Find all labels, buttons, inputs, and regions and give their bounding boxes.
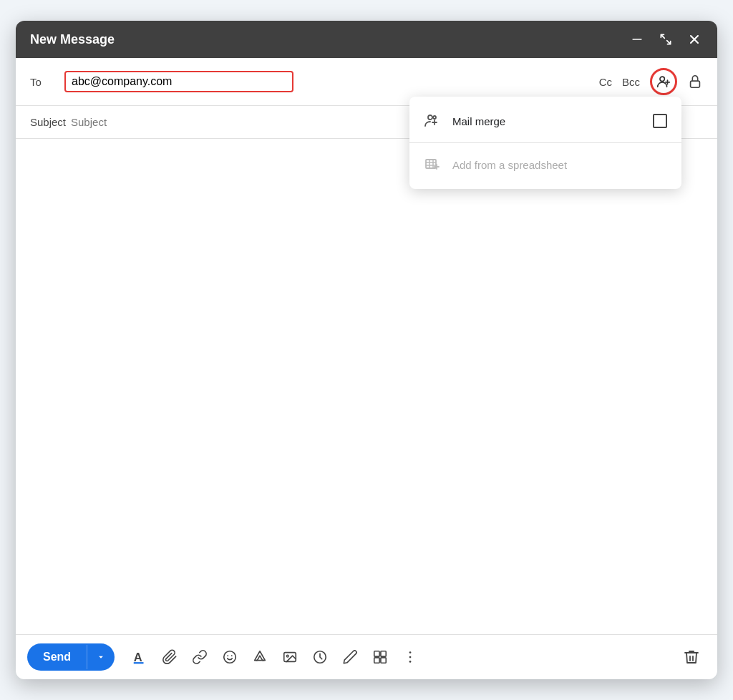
svg-text:A: A — [134, 651, 142, 663]
emoji-button[interactable] — [216, 645, 243, 669]
spreadsheet-icon — [424, 156, 441, 173]
add-recipients-button[interactable] — [650, 68, 677, 95]
svg-rect-4 — [691, 81, 700, 87]
svg-point-18 — [224, 651, 236, 663]
svg-point-30 — [409, 656, 412, 658]
mail-merge-checkbox[interactable] — [653, 114, 667, 128]
send-button[interactable]: Send — [27, 643, 87, 671]
trash-icon — [683, 648, 700, 666]
photo-button[interactable] — [276, 645, 304, 669]
photo-icon — [282, 649, 298, 665]
delete-button[interactable] — [677, 644, 706, 670]
clock-icon — [312, 649, 328, 665]
to-actions: Cc Bcc — [599, 68, 703, 95]
to-input-wrapper — [64, 71, 599, 92]
expand-icon — [659, 32, 673, 47]
svg-point-1 — [660, 77, 664, 81]
attach-icon — [162, 649, 178, 665]
svg-point-29 — [409, 651, 412, 653]
compose-window: New Message To Cc Bcc — [16, 21, 717, 679]
signature-button[interactable] — [336, 645, 364, 669]
spreadsheet-label: Add from a spreadsheet — [452, 159, 667, 171]
send-dropdown-button[interactable] — [87, 645, 115, 669]
minimize-button[interactable] — [628, 31, 646, 48]
svg-rect-28 — [381, 658, 386, 663]
dropdown-menu: Mail merge — [409, 97, 681, 189]
attach-button[interactable] — [156, 645, 183, 669]
svg-point-23 — [287, 655, 289, 657]
drive-button[interactable] — [246, 645, 273, 669]
to-input[interactable] — [64, 71, 293, 92]
chevron-down-icon — [96, 652, 106, 662]
subject-label: Subject — [30, 116, 64, 128]
close-icon — [687, 32, 702, 47]
format-text-icon: A — [132, 649, 147, 665]
mail-merge-icon — [424, 112, 441, 130]
bcc-button[interactable]: Bcc — [622, 76, 640, 88]
format-text-button[interactable]: A — [126, 645, 153, 669]
more-vert-icon — [402, 649, 418, 665]
to-label: To — [30, 76, 57, 88]
layout-button[interactable] — [366, 645, 394, 669]
mail-merge-label: Mail merge — [452, 115, 641, 127]
cc-button[interactable]: Cc — [599, 76, 612, 88]
minimize-icon — [630, 32, 644, 47]
svg-point-5 — [428, 115, 432, 120]
spreadsheet-item[interactable]: Add from a spreadsheet — [409, 146, 681, 183]
svg-point-31 — [409, 661, 412, 663]
lock-icon — [687, 74, 703, 89]
schedule-button[interactable] — [306, 645, 334, 669]
emoji-icon — [222, 649, 238, 665]
svg-point-20 — [231, 655, 233, 656]
compose-toolbar: Send A — [16, 634, 717, 679]
svg-point-19 — [227, 655, 228, 656]
insert-link-button[interactable] — [186, 645, 213, 669]
title-bar: New Message — [16, 21, 717, 58]
link-icon — [192, 649, 208, 665]
more-options-button[interactable] — [397, 645, 424, 669]
send-button-group: Send — [27, 643, 115, 671]
person-add-icon — [656, 74, 671, 89]
layout-icon — [372, 649, 388, 665]
to-row: To Cc Bcc — [16, 58, 717, 106]
dropdown-divider — [409, 142, 681, 143]
expand-button[interactable] — [657, 31, 674, 48]
svg-rect-0 — [632, 39, 641, 40]
drive-icon — [252, 649, 268, 665]
close-button[interactable] — [686, 31, 703, 48]
svg-rect-27 — [374, 658, 379, 663]
window-title: New Message — [30, 32, 115, 47]
mail-merge-item[interactable]: Mail merge — [409, 102, 681, 140]
title-bar-actions — [628, 31, 703, 48]
svg-point-8 — [433, 116, 436, 119]
svg-rect-26 — [381, 651, 386, 656]
compose-form: To Cc Bcc — [16, 58, 717, 679]
lock-button[interactable] — [687, 74, 703, 89]
pen-icon — [342, 649, 358, 665]
svg-rect-25 — [374, 651, 379, 656]
compose-body[interactable] — [16, 139, 717, 634]
